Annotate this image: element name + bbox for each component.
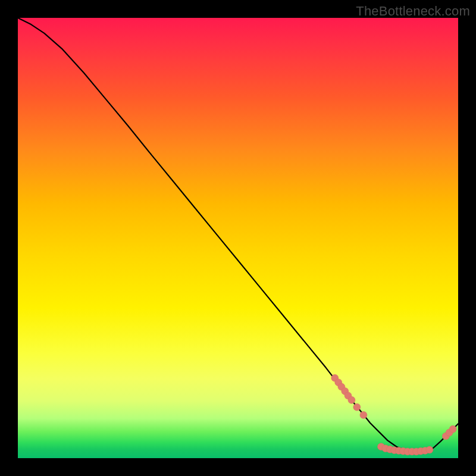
plot-area: [18, 18, 458, 458]
plot-overlay: [18, 18, 458, 458]
data-point: [348, 396, 355, 403]
chart-frame: TheBottleneck.com: [0, 0, 476, 476]
data-point: [360, 411, 367, 418]
watermark-text: TheBottleneck.com: [356, 4, 470, 19]
bottleneck-curve: [18, 18, 458, 452]
data-points: [331, 374, 456, 455]
data-point: [353, 403, 361, 411]
data-point: [426, 446, 433, 453]
data-point: [449, 425, 456, 433]
